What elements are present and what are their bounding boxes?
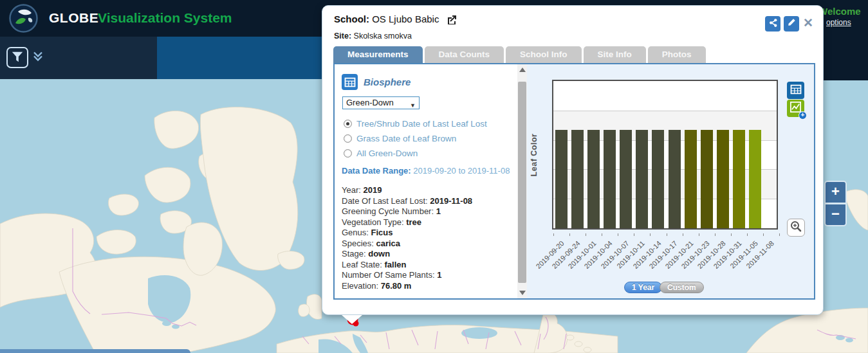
radio-button[interactable] xyxy=(344,134,352,143)
table-icon xyxy=(790,84,802,97)
bar-2019-09-20 xyxy=(555,130,568,228)
close-icon[interactable]: ✕ xyxy=(803,15,813,30)
field-value: tree xyxy=(406,217,421,227)
x-tick xyxy=(553,233,554,236)
x-tick xyxy=(618,233,618,236)
radio-option-grass-date-of-leaf-brown[interactable]: Grass Date of Leaf Brown xyxy=(344,134,456,143)
field-label: Number Of Same Plants: xyxy=(342,270,437,280)
zoom-out-button[interactable]: − xyxy=(826,204,845,225)
field-label: Species: xyxy=(342,239,376,248)
gridline xyxy=(553,111,777,111)
field-value: 2019 xyxy=(364,185,382,195)
site-label: Site: xyxy=(334,32,351,41)
radio-button[interactable] xyxy=(344,149,352,158)
table-icon xyxy=(342,74,358,90)
bar-2019-10-07 xyxy=(620,130,632,228)
field-stage: Stage: down xyxy=(342,249,472,260)
chevron-down-icon: ▼ xyxy=(410,100,416,111)
options-link[interactable]: options xyxy=(826,18,851,27)
custom-range-button[interactable]: Custom xyxy=(660,282,704,293)
pencil-icon xyxy=(787,18,796,30)
chart-plot: Leaf Color xyxy=(552,80,778,230)
field-label: Vegetation Type: xyxy=(342,217,406,227)
field-value: 1 xyxy=(437,270,441,280)
tab-bar: MeasurementsData CountsSchool InfoSite I… xyxy=(333,46,706,63)
bar-2019-10-31 xyxy=(733,130,745,228)
scroll-down-arrow-icon[interactable] xyxy=(519,291,526,295)
vertical-scrollbar[interactable] xyxy=(517,64,527,298)
globe-logo xyxy=(9,4,38,33)
school-name: OS Ljubo Babic xyxy=(372,14,439,24)
field-label: Genus: xyxy=(342,228,371,237)
tab-data-counts[interactable]: Data Counts xyxy=(425,46,504,63)
date-range-value: 2019-09-20 to 2019-11-08 xyxy=(413,166,510,176)
filter-button[interactable] xyxy=(6,47,28,68)
bar-2019-10-14 xyxy=(652,130,664,228)
date-range-label: Data Date Range: xyxy=(342,166,411,176)
field-value: Ficus xyxy=(371,228,393,237)
brand-name: GLOBE xyxy=(49,10,98,26)
edit-button[interactable] xyxy=(784,16,799,32)
scrollbar-thumb[interactable] xyxy=(518,82,526,283)
x-tick xyxy=(763,233,764,236)
x-tick xyxy=(634,233,634,236)
x-tick xyxy=(602,233,602,236)
field-vegetation-type: Vegetation Type: tree xyxy=(342,217,472,228)
x-tick xyxy=(747,233,748,236)
add-chart-button[interactable]: + xyxy=(787,100,804,117)
field-label: Elevation: xyxy=(342,281,381,291)
x-axis-labels: 2019-09-202019-09-242019-10-012019-10-04… xyxy=(553,235,779,280)
bar-2019-10-17 xyxy=(669,130,681,228)
share-button[interactable] xyxy=(765,16,780,32)
radio-option-tree-shrub-date-of-last-leaf-lost[interactable]: Tree/Shrub Date of Last Leaf Lost xyxy=(344,119,487,129)
zoom-in-button[interactable]: + xyxy=(826,182,845,203)
scroll-up-arrow-icon[interactable] xyxy=(519,68,526,72)
tab-site-info[interactable]: Site Info xyxy=(584,46,646,63)
field-value: carica xyxy=(376,239,400,248)
x-tick xyxy=(683,233,683,236)
popup-pointer xyxy=(342,315,362,324)
funnel-icon xyxy=(11,50,24,66)
x-tick xyxy=(715,233,716,236)
measurement-select[interactable]: Green-Down ▼ xyxy=(342,96,420,109)
popup-school-line: School: OS Ljubo Babic xyxy=(334,14,456,26)
magnifier-plus-icon xyxy=(790,220,802,235)
radio-button[interactable] xyxy=(344,120,352,128)
field-number-of-same-plants: Number Of Same Plants: 1 xyxy=(342,270,472,281)
app-title: Visualization System xyxy=(98,10,232,26)
bar-2019-10-01 xyxy=(587,130,600,228)
filter-panel xyxy=(0,37,157,79)
tab-school-info[interactable]: School Info xyxy=(506,46,582,63)
tab-measurements[interactable]: Measurements xyxy=(333,46,423,63)
plus-badge-icon: + xyxy=(799,111,807,120)
double-chevron-down-icon[interactable] xyxy=(32,51,45,64)
data-table-view-button[interactable] xyxy=(787,82,804,99)
external-link-icon[interactable] xyxy=(446,14,456,26)
field-value: 2019-11-08 xyxy=(430,196,472,206)
measurement-select-value: Green-Down xyxy=(346,98,394,107)
field-date-of-last-leaf-lost: Date Of Last Leaf Lost: 2019-11-08 xyxy=(342,196,472,207)
bar-2019-10-11 xyxy=(636,130,648,228)
field-label: Stage: xyxy=(342,249,368,258)
field-label: Greening Cycle Number: xyxy=(342,206,436,216)
y-axis-label: Leaf Color xyxy=(530,133,539,176)
field-species: Species: carica xyxy=(342,239,472,249)
bar-2019-10-04 xyxy=(604,130,616,228)
one-year-button[interactable]: 1 Year xyxy=(624,282,662,293)
field-value: down xyxy=(368,249,390,258)
field-year: Year: 2019 xyxy=(342,185,472,196)
map-zoom-controls: + − xyxy=(824,181,847,226)
field-value: fallen xyxy=(385,260,407,269)
bar-2019-10-28 xyxy=(717,130,729,228)
tab-photos[interactable]: Photos xyxy=(648,46,706,63)
field-label: Date Of Last Leaf Lost: xyxy=(342,196,430,206)
field-leaf-state: Leaf State: fallen xyxy=(342,260,472,271)
popup-content: Biosphere Green-Down ▼ Tree/Shrub Date o… xyxy=(333,63,815,300)
zoom-chart-button[interactable] xyxy=(787,219,805,237)
measurement-fields: Year: 2019Date Of Last Leaf Lost: 2019-1… xyxy=(342,185,472,291)
school-label: School: xyxy=(334,14,369,24)
bar-2019-11-05 xyxy=(749,130,761,228)
field-label: Year: xyxy=(342,185,364,195)
field-label: Leaf State: xyxy=(342,260,385,269)
radio-option-all-green-down[interactable]: All Green-Down xyxy=(344,149,418,158)
